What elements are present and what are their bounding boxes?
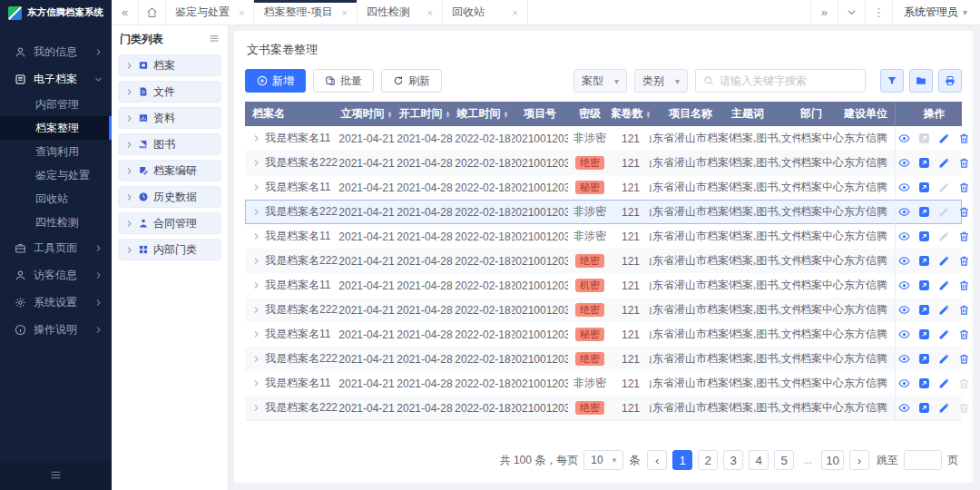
- page-button-3[interactable]: 3: [723, 450, 743, 470]
- relate-icon[interactable]: [918, 377, 930, 389]
- expand-row-icon[interactable]: [252, 379, 260, 387]
- delete-icon[interactable]: [958, 328, 970, 340]
- relate-icon[interactable]: [918, 402, 930, 414]
- chevron-right-icon[interactable]: [125, 88, 133, 96]
- expand-row-icon[interactable]: [252, 183, 260, 191]
- chevron-right-icon[interactable]: [125, 62, 133, 70]
- column-header-start_time[interactable]: 开工时间▲▼: [396, 102, 454, 126]
- sort-icon[interactable]: ▲▼: [446, 111, 451, 118]
- edit-icon[interactable]: [938, 132, 950, 144]
- tree-item-资料[interactable]: 资料: [118, 107, 221, 129]
- edit-icon[interactable]: [938, 304, 950, 316]
- tab-回收站[interactable]: 回收站×: [443, 0, 528, 24]
- page-button-1[interactable]: 1: [672, 450, 692, 470]
- export-button[interactable]: [909, 69, 933, 93]
- chevron-right-icon[interactable]: [125, 167, 133, 175]
- edit-icon[interactable]: [938, 279, 950, 291]
- page-button-5[interactable]: 5: [774, 450, 794, 470]
- relate-icon[interactable]: [918, 157, 930, 169]
- refresh-button[interactable]: 刷新: [381, 69, 442, 93]
- case-type-select[interactable]: 案型 ▾: [573, 69, 627, 93]
- edit-icon[interactable]: [938, 328, 950, 340]
- table-row[interactable]: 我是档案名112021-04-212021-04-282022-02-18202…: [245, 273, 962, 298]
- delete-icon[interactable]: [958, 132, 970, 144]
- column-header-approve_time[interactable]: 立项时间▲▼: [338, 102, 396, 126]
- view-icon[interactable]: [898, 304, 910, 316]
- sidebar-subitem-内部管理[interactable]: 内部管理: [0, 93, 112, 116]
- edit-icon[interactable]: [938, 353, 950, 365]
- close-tab-icon[interactable]: ×: [512, 7, 517, 18]
- sidebar-collapse-icon[interactable]: [50, 469, 62, 484]
- close-tab-icon[interactable]: ×: [426, 7, 432, 18]
- edit-icon[interactable]: [938, 157, 950, 169]
- category-select[interactable]: 类别 ▾: [634, 69, 688, 93]
- view-icon[interactable]: [898, 255, 910, 267]
- more-actions-button[interactable]: ⋮: [865, 0, 892, 24]
- delete-icon[interactable]: [958, 279, 970, 291]
- chevron-right-icon[interactable]: [125, 141, 133, 149]
- sidebar-item-系统设置[interactable]: 系统设置: [0, 289, 112, 316]
- jump-page-input[interactable]: [904, 450, 942, 470]
- table-row[interactable]: 我是档案名2222021-04-212021-04-282022-02-1820…: [245, 200, 962, 224]
- delete-icon[interactable]: [958, 230, 970, 242]
- add-button[interactable]: 新增: [245, 69, 306, 93]
- close-tab-icon[interactable]: ×: [239, 7, 244, 18]
- relate-icon[interactable]: [918, 255, 930, 267]
- sidebar-subitem-鉴定与处置[interactable]: 鉴定与处置: [0, 163, 112, 187]
- expand-row-icon[interactable]: [252, 159, 260, 167]
- search-input[interactable]: [720, 74, 858, 87]
- chevron-right-icon[interactable]: [125, 246, 133, 254]
- table-row[interactable]: 我是档案名112021-04-212021-04-282022-02-18202…: [245, 126, 962, 151]
- next-page-button[interactable]: ›: [849, 450, 869, 470]
- expand-row-icon[interactable]: [252, 208, 260, 216]
- column-header-volume_count[interactable]: 案卷数▲▼: [612, 102, 650, 126]
- expand-row-icon[interactable]: [252, 281, 260, 289]
- view-icon[interactable]: [898, 181, 910, 193]
- sidebar-item-工具页面[interactable]: 工具页面: [0, 234, 112, 261]
- sidebar-item-我的信息[interactable]: 我的信息: [0, 38, 112, 65]
- expand-row-icon[interactable]: [252, 404, 260, 412]
- delete-icon[interactable]: [958, 255, 970, 267]
- relate-icon[interactable]: [918, 206, 930, 218]
- chevron-right-icon[interactable]: [125, 193, 133, 201]
- view-icon[interactable]: [898, 279, 910, 291]
- view-icon[interactable]: [898, 206, 910, 218]
- view-icon[interactable]: [898, 328, 910, 340]
- column-header-finish_time[interactable]: 竣工时间▲▼: [454, 102, 512, 126]
- table-row[interactable]: 我是档案名112021-04-212021-04-282022-02-18202…: [245, 224, 962, 249]
- tab-档案整理-项目[interactable]: 档案整理-项目×: [254, 0, 357, 24]
- delete-icon[interactable]: [958, 157, 970, 169]
- relate-icon[interactable]: [918, 328, 930, 340]
- tree-item-内部门类[interactable]: 内部门类: [118, 239, 221, 260]
- scroll-tabs-right-button[interactable]: »: [810, 0, 838, 24]
- expand-row-icon[interactable]: [252, 232, 260, 240]
- table-row[interactable]: 我是档案名2222021-04-212021-04-282022-02-1820…: [245, 249, 962, 273]
- sidebar-subitem-档案整理[interactable]: 档案整理: [0, 116, 112, 140]
- view-icon[interactable]: [898, 132, 910, 144]
- close-tab-icon[interactable]: ×: [341, 7, 347, 18]
- relate-icon[interactable]: [918, 353, 930, 365]
- table-row[interactable]: 我是档案名2222021-04-212021-04-282022-02-1820…: [245, 298, 962, 322]
- table-row[interactable]: 我是档案名112021-04-212021-04-282022-02-18202…: [245, 322, 962, 347]
- expand-row-icon[interactable]: [252, 355, 260, 363]
- edit-icon[interactable]: [938, 255, 950, 267]
- batch-button[interactable]: 批量: [313, 69, 374, 93]
- delete-icon[interactable]: [958, 181, 970, 193]
- delete-icon[interactable]: [958, 206, 970, 218]
- page-button-10[interactable]: 10: [821, 450, 844, 470]
- table-row[interactable]: 我是档案名2222021-04-212021-04-282022-02-1820…: [245, 396, 962, 420]
- view-icon[interactable]: [898, 377, 910, 389]
- tree-item-图书[interactable]: 图书: [118, 133, 221, 155]
- home-button[interactable]: [139, 0, 166, 24]
- filter-button[interactable]: [880, 69, 904, 93]
- table-row[interactable]: 我是档案名112021-04-212021-04-282022-02-18202…: [245, 175, 962, 200]
- expand-row-icon[interactable]: [252, 306, 260, 314]
- expand-row-icon[interactable]: [252, 330, 260, 338]
- edit-icon[interactable]: [938, 402, 950, 414]
- tree-item-档案编研[interactable]: 档案编研: [118, 160, 221, 181]
- sort-icon[interactable]: ▲▼: [504, 111, 509, 118]
- panel-menu-icon[interactable]: [209, 33, 220, 46]
- relate-icon[interactable]: [918, 279, 930, 291]
- sidebar-item-操作说明[interactable]: 操作说明: [0, 316, 112, 343]
- relate-icon[interactable]: [918, 181, 930, 193]
